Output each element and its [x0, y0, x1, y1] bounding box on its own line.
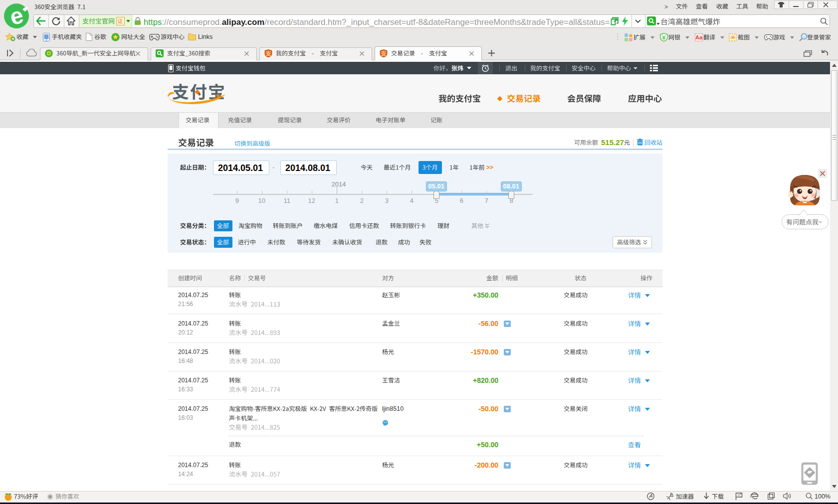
svg-text:Aa: Aa	[695, 34, 703, 40]
